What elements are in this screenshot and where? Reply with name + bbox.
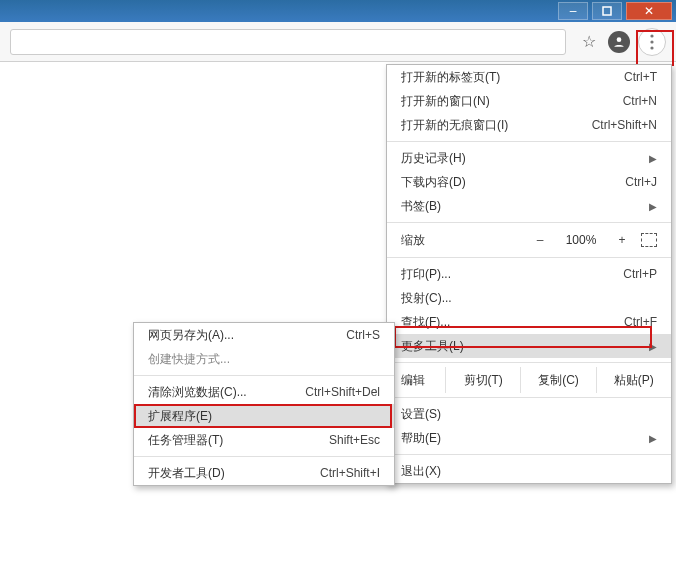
menu-separator bbox=[387, 362, 671, 363]
zoom-value: 100% bbox=[559, 233, 603, 247]
address-bar[interactable] bbox=[10, 29, 566, 55]
menu-item-bookmarks[interactable]: 书签(B)▶ bbox=[387, 194, 671, 218]
zoom-in-button[interactable]: + bbox=[613, 233, 631, 247]
menu-item-find[interactable]: 查找(F)...Ctrl+F bbox=[387, 310, 671, 334]
menu-item-settings[interactable]: 设置(S) bbox=[387, 402, 671, 426]
menu-item-new-tab[interactable]: 打开新的标签页(T)Ctrl+T bbox=[387, 65, 671, 89]
profile-avatar-button[interactable] bbox=[608, 31, 630, 53]
menu-item-history[interactable]: 历史记录(H)▶ bbox=[387, 146, 671, 170]
submenu-item-clear-data[interactable]: 清除浏览数据(C)...Ctrl+Shift+Del bbox=[134, 380, 394, 404]
zoom-label: 缩放 bbox=[401, 232, 521, 249]
maximize-icon bbox=[602, 6, 612, 16]
menu-separator bbox=[387, 397, 671, 398]
edit-paste-button[interactable]: 粘贴(P) bbox=[596, 367, 671, 393]
vertical-dots-icon bbox=[650, 34, 654, 50]
menu-separator bbox=[387, 454, 671, 455]
menu-item-incognito[interactable]: 打开新的无痕窗口(I)Ctrl+Shift+N bbox=[387, 113, 671, 137]
fullscreen-button[interactable] bbox=[641, 233, 657, 247]
zoom-out-button[interactable]: – bbox=[531, 233, 549, 247]
more-tools-submenu: 网页另存为(A)...Ctrl+S 创建快捷方式... 清除浏览数据(C)...… bbox=[133, 322, 395, 486]
svg-rect-0 bbox=[603, 7, 611, 15]
chevron-right-icon: ▶ bbox=[649, 153, 657, 164]
chevron-right-icon: ▶ bbox=[649, 433, 657, 444]
menu-item-print[interactable]: 打印(P)...Ctrl+P bbox=[387, 262, 671, 286]
edit-label: 编辑 bbox=[387, 372, 445, 389]
chrome-main-menu: 打开新的标签页(T)Ctrl+T 打开新的窗口(N)Ctrl+N 打开新的无痕窗… bbox=[386, 64, 672, 484]
chevron-right-icon: ▶ bbox=[649, 201, 657, 212]
menu-item-cast[interactable]: 投射(C)... bbox=[387, 286, 671, 310]
menu-separator bbox=[387, 222, 671, 223]
bookmark-star-icon[interactable]: ☆ bbox=[582, 32, 596, 51]
edit-copy-button[interactable]: 复制(C) bbox=[520, 367, 595, 393]
browser-toolbar: ☆ bbox=[0, 22, 676, 62]
svg-point-1 bbox=[617, 37, 622, 42]
svg-point-4 bbox=[650, 46, 653, 49]
submenu-item-save-as[interactable]: 网页另存为(A)...Ctrl+S bbox=[134, 323, 394, 347]
person-icon bbox=[612, 35, 626, 49]
chevron-right-icon: ▶ bbox=[649, 341, 657, 352]
svg-point-2 bbox=[650, 34, 653, 37]
more-menu-button[interactable] bbox=[638, 28, 666, 56]
svg-point-3 bbox=[650, 40, 653, 43]
menu-separator bbox=[134, 375, 394, 376]
menu-item-edit-row: 编辑 剪切(T) 复制(C) 粘贴(P) bbox=[387, 367, 671, 393]
window-close-button[interactable]: ✕ bbox=[626, 2, 672, 20]
menu-item-help[interactable]: 帮助(E)▶ bbox=[387, 426, 671, 450]
submenu-item-task-manager[interactable]: 任务管理器(T)Shift+Esc bbox=[134, 428, 394, 452]
menu-item-more-tools[interactable]: 更多工具(L)▶ bbox=[387, 334, 671, 358]
edit-cut-button[interactable]: 剪切(T) bbox=[445, 367, 520, 393]
menu-separator bbox=[387, 257, 671, 258]
window-maximize-button[interactable] bbox=[592, 2, 622, 20]
menu-item-exit[interactable]: 退出(X) bbox=[387, 459, 671, 483]
menu-item-zoom: 缩放 – 100% + bbox=[387, 227, 671, 253]
menu-separator bbox=[134, 456, 394, 457]
menu-item-new-window[interactable]: 打开新的窗口(N)Ctrl+N bbox=[387, 89, 671, 113]
window-titlebar: – ✕ bbox=[0, 0, 676, 22]
submenu-item-dev-tools[interactable]: 开发者工具(D)Ctrl+Shift+I bbox=[134, 461, 394, 485]
submenu-item-create-shortcut: 创建快捷方式... bbox=[134, 347, 394, 371]
submenu-item-extensions[interactable]: 扩展程序(E) bbox=[134, 404, 394, 428]
menu-separator bbox=[387, 141, 671, 142]
menu-item-downloads[interactable]: 下载内容(D)Ctrl+J bbox=[387, 170, 671, 194]
window-minimize-button[interactable]: – bbox=[558, 2, 588, 20]
